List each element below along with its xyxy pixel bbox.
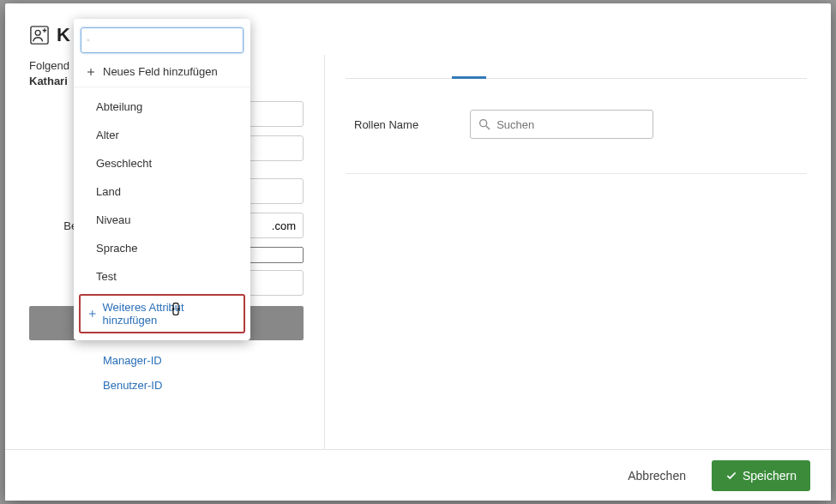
svg-line-3 [486, 126, 490, 129]
intro-prefix: Folgend [29, 59, 69, 72]
dropdown-option[interactable]: Land [74, 177, 250, 206]
svg-point-2 [480, 120, 487, 127]
dropdown-options: Abteilung Alter Geschlecht Land Niveau S… [74, 87, 250, 291]
add-new-field-label: Neues Feld hinzufügen [103, 65, 218, 78]
user-id-link[interactable]: Benutzer-ID [103, 379, 304, 392]
intro-name: Kathari [29, 75, 68, 87]
add-person-icon [29, 25, 50, 45]
cursor-icon [168, 302, 183, 319]
dropdown-option[interactable]: Abteilung [74, 93, 250, 121]
role-name-label: Rollen Name [354, 118, 418, 131]
add-new-field-item[interactable]: Neues Feld hinzufügen [74, 57, 250, 87]
modal-footer: Abbrechen Speichern [5, 449, 831, 501]
dropdown-option[interactable]: Niveau [74, 206, 250, 234]
role-search-box[interactable] [470, 110, 653, 139]
right-column: Rollen Name [346, 24, 807, 449]
active-tab-indicator [452, 76, 486, 79]
add-attribute-button[interactable]: Weiteres Attribut hinzufügen [79, 294, 245, 333]
svg-line-5 [89, 41, 90, 42]
dropdown-option[interactable]: Test [74, 262, 250, 291]
svg-point-1 [35, 30, 40, 35]
search-icon [87, 34, 90, 46]
modal-body: K Folgend Kathari Vo Nac Benutze [5, 3, 831, 449]
role-search-row: Rollen Name [346, 79, 807, 174]
dropdown-option[interactable]: Alter [74, 121, 250, 149]
role-search-input[interactable] [496, 118, 646, 131]
manager-id-link[interactable]: Manager-ID [103, 354, 304, 367]
page-title: K [57, 24, 70, 46]
save-label: Speichern [743, 469, 797, 483]
check-icon [725, 470, 737, 482]
plus-icon [87, 309, 98, 319]
dropdown-option[interactable]: Geschlecht [74, 149, 250, 177]
vertical-divider [324, 55, 325, 449]
search-icon [478, 117, 491, 131]
plus-icon [86, 67, 96, 77]
dropdown-search-input[interactable] [93, 34, 238, 47]
cancel-label: Abbrechen [628, 469, 686, 483]
modal-dialog: K Folgend Kathari Vo Nac Benutze [5, 3, 831, 501]
tabs-row [346, 27, 807, 79]
cancel-button[interactable]: Abbrechen [614, 460, 700, 491]
dropdown-search-box[interactable] [81, 27, 244, 53]
svg-point-4 [87, 39, 89, 41]
save-button[interactable]: Speichern [712, 460, 810, 491]
dropdown-option[interactable]: Sprache [74, 234, 250, 262]
field-dropdown: Neues Feld hinzufügen Abteilung Alter Ge… [74, 19, 250, 340]
sub-links: Manager-ID Benutzer-ID [29, 354, 304, 392]
